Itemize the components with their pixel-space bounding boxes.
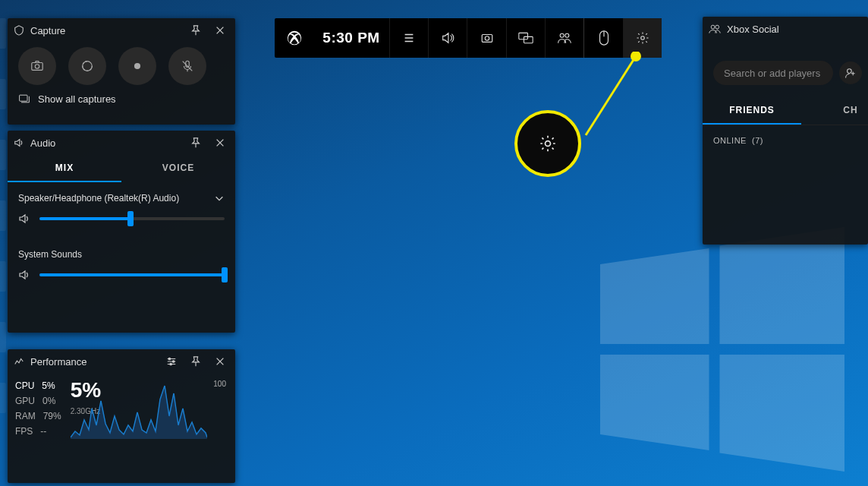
- system-sounds-label: System Sounds: [8, 235, 235, 260]
- capture-widget-button[interactable]: [467, 18, 505, 58]
- svg-point-22: [641, 36, 645, 40]
- windows-logo: [584, 216, 850, 482]
- xbox-icon[interactable]: [275, 18, 313, 58]
- toolbar-time: 5:30 PM: [313, 30, 388, 46]
- perf-stats: CPU5% GPU0% RAM79% FPS--: [15, 378, 61, 439]
- capture-icon: [14, 25, 24, 36]
- capture-title: Capture: [30, 25, 65, 36]
- svg-rect-17: [524, 36, 533, 43]
- social-search-input[interactable]: Search or add players: [713, 61, 833, 85]
- audio-title: Audio: [30, 137, 55, 149]
- desktop-icons-strip: [0, 18, 6, 413]
- stat-fps[interactable]: FPS--: [15, 424, 61, 439]
- audio-widget-button[interactable]: [428, 18, 467, 58]
- svg-marker-1: [720, 227, 845, 344]
- stat-cpu[interactable]: CPU5%: [15, 378, 61, 393]
- cpu-sparkline: [71, 378, 207, 439]
- close-icon[interactable]: [211, 21, 229, 39]
- svg-point-7: [134, 63, 140, 69]
- volume-icon: [18, 213, 30, 225]
- device-volume-slider[interactable]: [39, 217, 225, 220]
- svg-marker-3: [720, 355, 845, 472]
- record-button[interactable]: [118, 47, 156, 85]
- close-icon[interactable]: [211, 352, 229, 371]
- svg-point-18: [560, 33, 564, 37]
- svg-point-26: [711, 25, 715, 29]
- capture-panel: Capture Show all captures: [8, 18, 235, 125]
- pin-icon[interactable]: [187, 352, 205, 371]
- stat-gpu[interactable]: GPU0%: [15, 393, 61, 409]
- svg-rect-14: [482, 35, 492, 43]
- audio-panel: Audio MIX VOICE Speaker/Headphone (Realt…: [8, 131, 235, 333]
- search-placeholder: Search or add players: [724, 68, 820, 79]
- settings-button[interactable]: [623, 18, 662, 58]
- show-all-captures-link[interactable]: Show all captures: [8, 85, 235, 105]
- mouse-toggle-button[interactable]: [583, 18, 622, 58]
- xbox-social-panel: Xbox Social Search or add players FRIEND…: [703, 17, 868, 245]
- svg-point-19: [565, 33, 569, 37]
- svg-point-5: [35, 65, 39, 68]
- svg-point-28: [848, 69, 852, 74]
- social-title: Xbox Social: [727, 24, 779, 35]
- svg-point-10: [168, 358, 171, 360]
- svg-rect-16: [519, 33, 528, 39]
- widgets-menu-button[interactable]: [389, 18, 428, 58]
- perf-ymax: 100: [213, 380, 226, 388]
- svg-point-12: [170, 363, 172, 365]
- tab-mix[interactable]: MIX: [8, 155, 121, 182]
- close-icon[interactable]: [211, 134, 229, 152]
- performance-icon: [14, 356, 24, 367]
- mic-toggle-button[interactable]: [168, 47, 206, 85]
- svg-line-24: [586, 56, 636, 135]
- performance-title: Performance: [30, 356, 86, 368]
- performance-panel: Performance CPU5% GPU0% RAM79% FPS-- 5% …: [8, 349, 235, 483]
- svg-marker-2: [600, 355, 709, 450]
- tab-voice[interactable]: VOICE: [121, 155, 235, 182]
- screenshot-button[interactable]: [18, 47, 56, 85]
- svg-point-15: [485, 36, 489, 40]
- svg-rect-4: [32, 63, 42, 71]
- system-volume-slider[interactable]: [39, 273, 225, 276]
- audio-icon: [14, 137, 24, 148]
- settings-callout-circle: [514, 110, 581, 177]
- svg-marker-0: [600, 248, 709, 344]
- chevron-down-icon[interactable]: [214, 193, 225, 204]
- settings-icon[interactable]: [162, 352, 181, 371]
- tab-friends[interactable]: FRIENDS: [703, 97, 801, 125]
- xbox-social-button[interactable]: [545, 18, 583, 58]
- social-icon: [709, 24, 721, 34]
- tab-chat[interactable]: CH: [801, 97, 868, 125]
- pin-icon[interactable]: [187, 21, 205, 39]
- performance-widget-button[interactable]: [506, 18, 545, 58]
- game-bar-toolbar: 5:30 PM: [275, 18, 662, 58]
- online-section-header[interactable]: ONLINE (7): [703, 125, 868, 156]
- add-player-button[interactable]: [839, 62, 862, 84]
- svg-rect-9: [20, 95, 27, 101]
- pin-icon[interactable]: [187, 134, 205, 152]
- callout-connector: [577, 52, 649, 141]
- svg-point-11: [172, 361, 175, 363]
- record-last-button[interactable]: [68, 47, 106, 85]
- svg-point-27: [715, 25, 719, 29]
- volume-icon: [18, 269, 30, 281]
- show-all-captures-label: Show all captures: [38, 93, 116, 105]
- stat-ram[interactable]: RAM79%: [15, 409, 61, 424]
- audio-device-label: Speaker/Headphone (Realtek(R) Audio): [18, 193, 179, 204]
- svg-point-25: [546, 141, 551, 147]
